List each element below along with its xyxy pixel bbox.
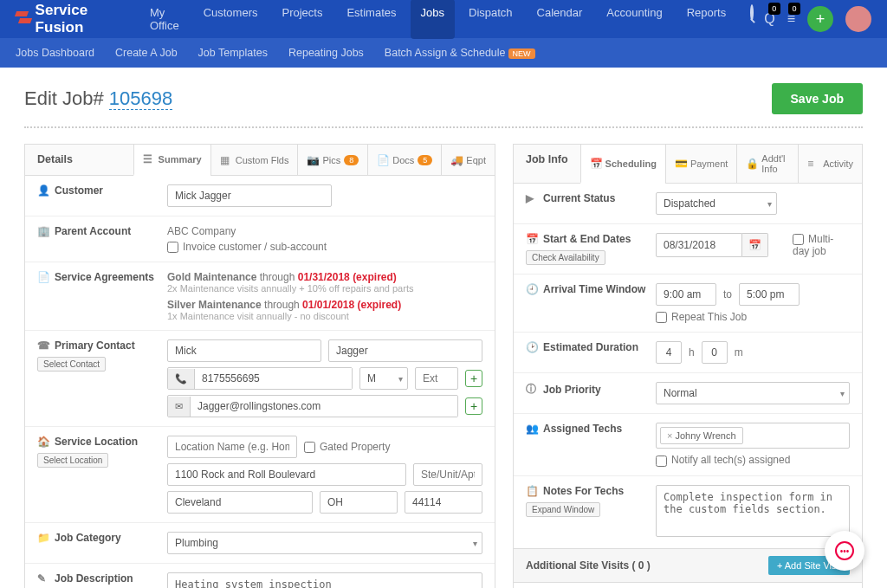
user-avatar[interactable] [845,6,871,32]
status-select[interactable]: Dispatched [656,192,777,215]
nav-reports[interactable]: Reports [677,0,737,39]
expand-notes-button[interactable]: Expand Window [526,502,600,517]
state-input[interactable] [320,491,398,514]
queue-button[interactable]: ≡0 [787,11,795,27]
contact-first-name[interactable] [167,339,321,362]
nav-calendar[interactable]: Calendar [527,0,593,39]
help-floating-button[interactable]: ••• [825,531,864,571]
address-line-input[interactable] [167,463,406,486]
hours-label: h [689,346,695,359]
file-icon: 📄 [37,271,49,283]
play-icon: ▶ [526,192,538,204]
row-current-status: ▶Current Status Dispatched [514,184,862,224]
nav-accounting[interactable]: Accounting [596,0,672,39]
subnav-batch[interactable]: Batch Assign & ScheduleNEW [385,47,535,59]
clock2-icon: 🕑 [526,341,538,353]
job-category-select[interactable]: Plumbing [167,532,482,554]
check-availability-button[interactable]: Check Availability [526,250,605,265]
details-panel: Details ☰Summary ▦Custom Flds 📷Pics 8 📄D… [24,144,495,588]
location-name-input[interactable] [167,436,297,458]
label-priority: Job Priority [543,384,601,396]
subnav-repeating[interactable]: Repeating Jobs [288,47,364,59]
row-service-location: 🏠Service Location Select Location Gated … [25,427,495,523]
save-job-button[interactable]: Save Job [772,83,863,114]
home-icon: 🏠 [37,436,49,448]
duration-mins-input[interactable] [702,341,728,364]
nav-customers[interactable]: Customers [193,0,269,39]
zip-input[interactable] [405,491,482,514]
row-duration: 🕑Estimated Duration h m [514,333,862,373]
tab-pics[interactable]: 📷Pics 8 [297,145,367,175]
tab-summary[interactable]: ☰Summary [133,145,210,176]
remove-tag-icon[interactable]: × [667,430,672,441]
label-primary-contact: Primary Contact [55,339,135,352]
repeat-job-check[interactable]: Repeat This Job [656,311,747,323]
arrival-to-input[interactable] [739,283,800,306]
tab-addtl-info[interactable]: 🔒Addt'l Info [736,145,798,183]
date-picker-button[interactable]: 📅 [742,233,768,257]
tech-tag[interactable]: ×Johny Wrench [660,427,743,444]
row-assigned-techs: 👥Assigned Techs ×Johny Wrench Notify all… [514,414,862,475]
priority-select[interactable]: Normal [656,382,850,404]
add-button[interactable]: + [807,6,833,32]
search-icon [750,4,754,21]
phone-ext-input[interactable] [415,367,458,390]
nav-estimates[interactable]: Estimates [336,0,406,39]
details-tabs: ☰Summary ▦Custom Flds 📷Pics 8 📄Docs 5 🚚E… [133,145,495,175]
multiday-check[interactable]: Multi-day job [793,233,850,257]
phone-type-select[interactable]: M [359,367,408,390]
comments-button[interactable]: Q0 [764,11,774,27]
brand-logo[interactable]: Service Fusion [16,2,105,36]
customer-input[interactable] [167,184,332,207]
help-icon: ••• [835,541,854,560]
nav-my-office[interactable]: My Office [139,0,190,39]
sub-nav: Jobs Dashboard Create A Job Job Template… [0,38,887,68]
contact-last-name[interactable] [328,339,482,362]
notes-for-techs-textarea[interactable]: Complete inspection form in the custom f… [656,485,850,537]
nav-dispatch[interactable]: Dispatch [458,0,523,39]
notify-techs-check[interactable]: Notify all tech(s) assigned [656,454,790,466]
jobinfo-panel-head: Job Info 📅Scheduling 💳Payment 🔒Addt'l In… [514,145,862,184]
tab-eqpt[interactable]: 🚚Eqpt [441,145,495,175]
gated-property-check[interactable]: Gated Property [304,441,390,453]
subnav-dashboard[interactable]: Jobs Dashboard [16,47,94,59]
select-location-button[interactable]: Select Location [37,453,108,468]
unit-input[interactable] [413,463,482,486]
pics-count-badge: 8 [344,155,359,165]
nav-search[interactable] [740,0,764,39]
tab-scheduling[interactable]: 📅Scheduling [580,145,665,184]
row-dates: 📅Start & End Dates Check Availability 📅 … [514,224,862,275]
arrival-from-input[interactable] [656,283,716,306]
subnav-create-job[interactable]: Create A Job [115,47,178,59]
info-icon: ⓘ [526,382,538,397]
contact-email-input[interactable] [191,396,457,417]
row-primary-contact: ☎Primary Contact Select Contact 📞 M + [25,331,495,427]
nav-jobs[interactable]: Jobs [411,0,455,39]
duration-hours-input[interactable] [656,341,682,364]
tab-docs[interactable]: 📄Docs 5 [367,145,441,175]
folder-icon: 📁 [37,532,49,544]
start-date-input[interactable] [656,233,742,257]
subnav-templates[interactable]: Job Templates [198,47,268,59]
select-contact-button[interactable]: Select Contact [37,357,106,372]
job-number[interactable]: 105698 [109,87,172,110]
add-email-button[interactable]: + [465,397,482,415]
contact-phone-input[interactable] [195,368,352,389]
label-job-description: Job Description [55,572,133,585]
techs-tag-input[interactable]: ×Johny Wrench [656,423,850,449]
tab-activity[interactable]: ≡Activity [798,145,862,183]
invoice-subaccount-check[interactable]: Invoice customer / sub-account [167,241,327,253]
label-duration: Estimated Duration [543,341,638,353]
row-notes-for-techs: 📋Notes For Techs Expand Window Complete … [514,476,862,548]
row-completion-notes: 📋Completion Notes Expand Window [514,583,862,588]
clock-icon: 🕘 [526,283,538,295]
nav-projects[interactable]: Projects [271,0,333,39]
add-phone-button[interactable]: + [465,370,482,387]
new-badge: NEW [508,48,535,59]
tab-payment[interactable]: 💳Payment [665,145,736,183]
job-description-textarea[interactable]: Heating system inspection [167,572,482,588]
label-current-status: Current Status [543,192,615,204]
bars-icon: ≡ [807,158,819,170]
tab-custom-fields[interactable]: ▦Custom Flds [210,145,298,175]
city-input[interactable] [167,491,313,514]
